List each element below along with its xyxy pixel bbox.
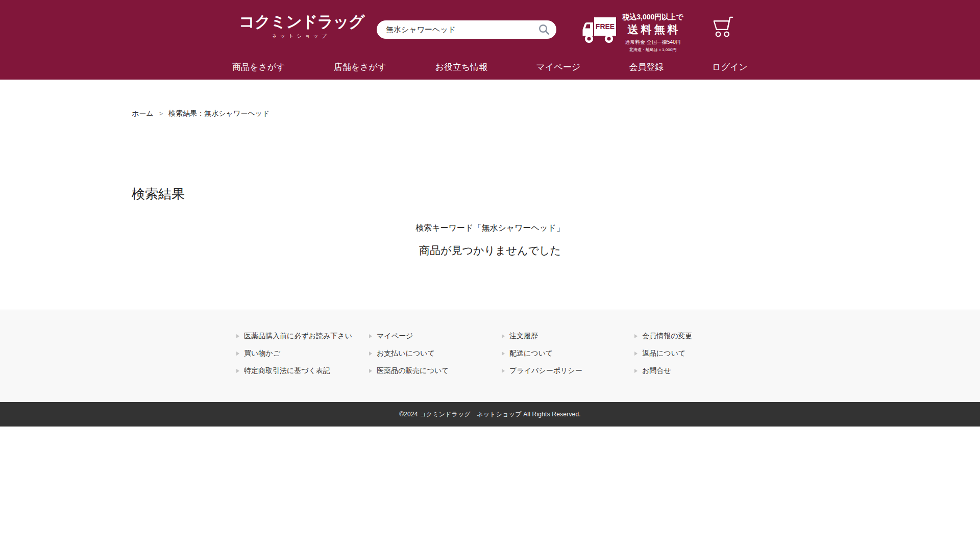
site-logo[interactable]: コクミンドラッグ ネットショップ xyxy=(239,13,359,40)
shipping-remote-fee: 北海道・離島は＋1,000円 xyxy=(619,47,687,53)
shipping-threshold: 税込3,000円以上で xyxy=(619,13,687,22)
footer-link-payment[interactable]: お支払いについて xyxy=(369,348,502,358)
footer-link-cart[interactable]: 買い物かご xyxy=(236,348,369,358)
triangle-marker-icon xyxy=(634,369,638,373)
triangle-marker-icon xyxy=(236,334,239,338)
no-results-message: 商品が見つかりませんでした xyxy=(0,244,980,257)
triangle-marker-icon xyxy=(502,352,505,356)
triangle-marker-icon xyxy=(369,334,372,338)
breadcrumb-current: 検索結果：無水シャワーヘッド xyxy=(168,109,270,117)
copyright-bar: ©2024 コクミンドラッグ ネットショップ All Rights Reserv… xyxy=(0,402,980,427)
footer-link-member-info[interactable]: 会員情報の変更 xyxy=(634,331,767,341)
shipping-normal-fee: 通常料金 全国一律540円 xyxy=(619,39,687,46)
triangle-marker-icon xyxy=(634,352,638,356)
cart-icon xyxy=(710,14,737,39)
delivery-truck-icon: FREE xyxy=(582,17,616,44)
shipping-free-label: 送料無料 xyxy=(619,22,687,37)
footer-link-drug-sales[interactable]: 医薬品の販売について xyxy=(369,366,502,375)
nav-item-login[interactable]: ログイン xyxy=(712,61,748,73)
footer-link-privacy-policy[interactable]: プライバシーポリシー xyxy=(502,366,634,375)
footer-column-4: 会員情報の変更 返品について お問合せ xyxy=(634,331,767,383)
copyright-text: ©2024 コクミンドラッグ ネットショップ All Rights Reserv… xyxy=(399,410,581,419)
shipping-text: 税込3,000円以上で 送料無料 通常料金 全国一律540円 北海道・離島は＋1… xyxy=(619,13,687,53)
free-badge-text: FREE xyxy=(596,22,615,31)
nav-item-useful-info[interactable]: お役立ち情報 xyxy=(435,61,488,73)
triangle-marker-icon xyxy=(369,352,372,356)
main-content: 検索結果 検索キーワード「無水シャワーヘッド」 商品が見つかりませんでした xyxy=(0,186,980,257)
search-box xyxy=(377,20,556,39)
site-footer: 医薬品購入前に必ずお読み下さい 買い物かご 特定商取引法に基づく表記 マイページ… xyxy=(0,310,980,427)
search-input[interactable] xyxy=(377,20,538,39)
footer-link-order-history[interactable]: 注文履歴 xyxy=(502,331,634,341)
breadcrumb-home[interactable]: ホーム xyxy=(132,109,154,117)
footer-column-2: マイページ お支払いについて 医薬品の販売について xyxy=(369,331,502,383)
nav-item-my-page[interactable]: マイページ xyxy=(536,61,580,73)
site-header: コクミンドラッグ ネットショップ FREE 税込3,000円以上で 送料無料 通… xyxy=(0,0,980,80)
triangle-marker-icon xyxy=(634,334,638,338)
footer-link-commercial-law[interactable]: 特定商取引法に基づく表記 xyxy=(236,366,369,375)
cart-button[interactable] xyxy=(710,14,737,39)
search-button[interactable] xyxy=(538,23,550,36)
footer-link-drug-notice[interactable]: 医薬品購入前に必ずお読み下さい xyxy=(236,331,369,341)
breadcrumb: ホーム>検索結果：無水シャワーヘッド xyxy=(132,109,980,118)
page-title: 検索結果 xyxy=(132,186,980,202)
breadcrumb-separator: > xyxy=(159,110,163,117)
search-keyword-line: 検索キーワード「無水シャワーヘッド」 xyxy=(0,223,980,233)
main-nav: 商品をさがす 店舗をさがす お役立ち情報 マイページ 会員登録 ログイン xyxy=(0,61,980,73)
triangle-marker-icon xyxy=(369,369,372,373)
footer-column-1: 医薬品購入前に必ずお読み下さい 買い物かご 特定商取引法に基づく表記 xyxy=(236,331,369,383)
free-shipping-banner: FREE 税込3,000円以上で 送料無料 通常料金 全国一律540円 北海道・… xyxy=(582,13,687,53)
footer-column-3: 注文履歴 配送について プライバシーポリシー xyxy=(502,331,634,383)
footer-links-band: 医薬品購入前に必ずお読み下さい 買い物かご 特定商取引法に基づく表記 マイページ… xyxy=(0,310,980,402)
footer-link-my-page[interactable]: マイページ xyxy=(369,331,502,341)
search-icon xyxy=(538,23,550,36)
triangle-marker-icon xyxy=(502,369,505,373)
nav-item-store-search[interactable]: 店舗をさがす xyxy=(334,61,387,73)
footer-link-contact[interactable]: お問合せ xyxy=(634,366,767,375)
triangle-marker-icon xyxy=(502,334,505,338)
footer-link-delivery[interactable]: 配送について xyxy=(502,348,634,358)
nav-item-register[interactable]: 会員登録 xyxy=(629,61,664,73)
nav-item-product-search[interactable]: 商品をさがす xyxy=(232,61,285,73)
logo-subtext: ネットショップ xyxy=(239,33,359,40)
triangle-marker-icon xyxy=(236,352,239,356)
logo-text: コクミンドラッグ xyxy=(239,13,359,31)
triangle-marker-icon xyxy=(236,369,239,373)
footer-link-returns[interactable]: 返品について xyxy=(634,348,767,358)
